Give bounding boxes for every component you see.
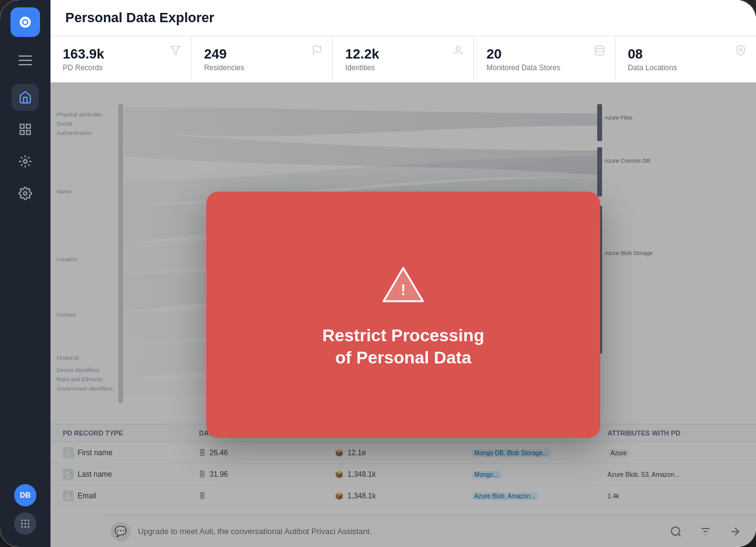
svg-point-6	[23, 192, 27, 195]
svg-text:!: !	[401, 282, 406, 298]
sidebar: DB	[0, 0, 50, 547]
stat-pd-records[interactable]: 163.9k PD Records	[50, 36, 191, 82]
app-logo[interactable]	[10, 7, 40, 37]
sidebar-item-dashboard[interactable]	[12, 116, 39, 143]
stat-residencies[interactable]: 249 Residencies	[191, 36, 332, 82]
page-title: Personal Data Explorer	[65, 10, 214, 26]
svg-point-13	[21, 526, 23, 528]
stat-residencies-value: 249	[204, 46, 320, 62]
stat-data-stores[interactable]: 20 Monitored Data Stores	[474, 36, 615, 82]
user-avatar[interactable]: DB	[14, 484, 36, 506]
modal-title: Restrict Processingof Personal Data	[323, 325, 485, 370]
stat-residencies-label: Residencies	[204, 63, 320, 72]
svg-point-18	[456, 46, 460, 50]
svg-rect-3	[26, 131, 30, 134]
stat-data-stores-value: 20	[486, 46, 602, 62]
warning-triangle-icon: !	[379, 261, 428, 310]
filter-icon	[170, 45, 181, 59]
database-icon	[594, 45, 605, 59]
svg-point-14	[25, 526, 26, 528]
stat-data-locations[interactable]: 08 Data Locations	[616, 36, 756, 82]
restrict-processing-modal: ! Restrict Processingof Personal Data	[206, 192, 600, 438]
svg-marker-16	[171, 46, 180, 55]
svg-point-12	[28, 523, 30, 525]
flag-icon	[312, 45, 323, 59]
stat-identities[interactable]: 12.2k Identities	[333, 36, 474, 82]
hamburger-menu[interactable]	[14, 49, 36, 71]
svg-point-15	[28, 526, 30, 528]
page-header: Personal Data Explorer	[50, 0, 756, 36]
stat-data-stores-label: Monitored Data Stores	[486, 63, 602, 72]
sidebar-item-home[interactable]	[12, 84, 39, 111]
main-content: Personal Data Explorer 163.9k PD Records	[50, 0, 756, 547]
stat-pd-records-value: 163.9k	[63, 46, 179, 62]
stat-identities-value: 12.2k	[345, 46, 461, 62]
svg-point-5	[23, 160, 27, 163]
stats-row: 163.9k PD Records 249 Residencies	[50, 36, 756, 83]
svg-point-7	[21, 519, 23, 521]
modal-overlay[interactable]: ! Restrict Processingof Personal Data	[50, 83, 756, 547]
stat-data-locations-value: 08	[628, 46, 744, 62]
sidebar-nav	[12, 84, 39, 484]
chart-area: Physical attributes Social Authenticatio…	[50, 83, 756, 547]
person-icon	[452, 45, 464, 59]
location-icon	[735, 45, 746, 59]
svg-point-9	[28, 519, 30, 521]
stat-identities-label: Identities	[345, 63, 461, 72]
svg-rect-1	[20, 124, 24, 128]
svg-point-20	[739, 48, 742, 51]
svg-point-11	[25, 523, 26, 525]
svg-point-10	[21, 523, 23, 525]
sidebar-item-settings[interactable]	[12, 180, 39, 207]
stat-pd-records-label: PD Records	[63, 63, 179, 72]
sidebar-item-tools[interactable]	[12, 148, 39, 175]
svg-rect-4	[20, 131, 24, 134]
svg-point-8	[25, 519, 26, 521]
svg-rect-2	[26, 124, 30, 128]
sidebar-bottom: DB	[14, 484, 36, 535]
apps-button[interactable]	[14, 513, 36, 535]
svg-point-19	[595, 46, 604, 49]
stat-data-locations-label: Data Locations	[628, 63, 744, 72]
